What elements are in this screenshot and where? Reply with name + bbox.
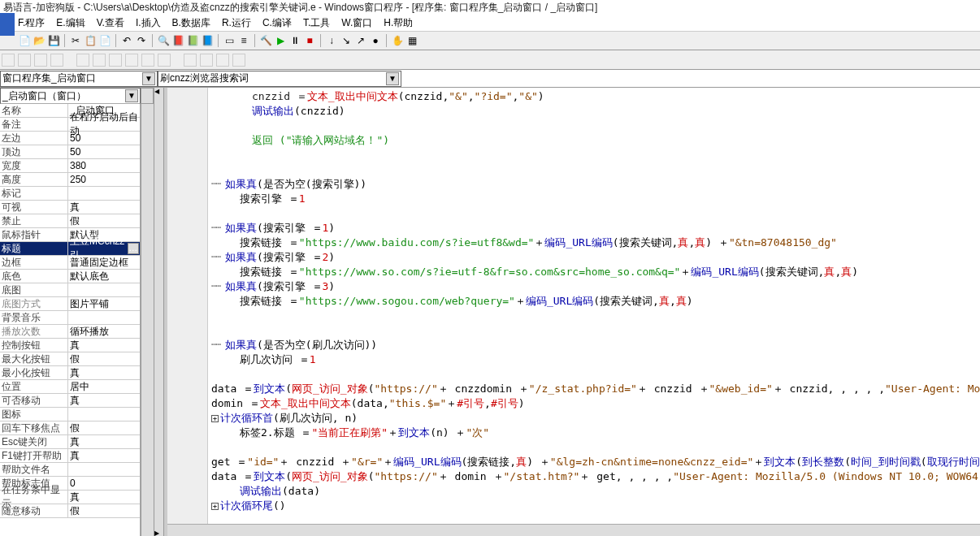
prop-row-随意移动[interactable]: 随意移动假 xyxy=(0,504,140,518)
menu-view[interactable]: V.查看 xyxy=(97,16,124,30)
module-selector[interactable]: 窗口程序集_启动窗口▼ xyxy=(0,71,158,87)
prop-value[interactable]: 50 xyxy=(68,132,140,145)
tb-stop[interactable]: ■ xyxy=(303,34,316,47)
prop-value[interactable]: 循环播放 xyxy=(68,325,140,338)
tb-open[interactable]: 📂 xyxy=(33,34,46,47)
tb-run[interactable]: ▶ xyxy=(274,34,287,47)
prop-value[interactable]: 真 xyxy=(68,394,140,407)
prop-row-最小化按钮[interactable]: 最小化按钮真 xyxy=(0,366,140,380)
lt-8[interactable] xyxy=(125,54,138,67)
prop-row-底图[interactable]: 底图 xyxy=(0,283,140,297)
prop-value[interactable]: 真 xyxy=(68,366,140,379)
prop-value[interactable] xyxy=(68,408,140,421)
tb-pause[interactable]: ⏸ xyxy=(288,34,301,47)
prop-value[interactable]: 假 xyxy=(68,421,140,434)
object-selector[interactable]: _启动窗口（窗口）▼ xyxy=(0,88,141,104)
prop-value[interactable]: 真 xyxy=(68,449,140,462)
prop-value[interactable] xyxy=(68,463,140,476)
tb-bp[interactable]: ● xyxy=(369,34,382,47)
tb-form[interactable]: ▭ xyxy=(223,34,236,47)
scrollbar-vertical[interactable] xyxy=(141,104,154,536)
function-selector[interactable]: 刷cnzz浏览器搜索词▼ xyxy=(158,71,401,87)
menu-run[interactable]: R.运行 xyxy=(222,16,251,30)
prop-value[interactable] xyxy=(68,283,140,296)
tb-hand[interactable]: ✋ xyxy=(391,34,404,47)
prop-row-底色[interactable]: 底色默认底色 xyxy=(0,270,140,283)
prop-value[interactable]: 居中 xyxy=(68,380,140,393)
prop-value[interactable]: 默认底色 xyxy=(68,270,140,283)
tb-step1[interactable]: ↓ xyxy=(325,34,338,47)
prop-value[interactable]: 380 xyxy=(68,159,140,172)
prop-value[interactable]: 假 xyxy=(68,504,140,517)
prop-value[interactable]: 真 xyxy=(68,339,140,352)
scrollbar-horizontal[interactable] xyxy=(167,524,980,536)
prop-value[interactable] xyxy=(68,187,140,200)
tb-redo[interactable]: ↷ xyxy=(135,34,148,47)
prop-row-底图方式[interactable]: 底图方式图片平铺 xyxy=(0,297,140,311)
prop-row-宽度[interactable]: 宽度380 xyxy=(0,159,140,173)
tb-grid[interactable]: ▦ xyxy=(405,34,418,47)
tb-book2[interactable]: 📗 xyxy=(186,34,199,47)
tb-undo[interactable]: ↶ xyxy=(120,34,133,47)
tb-step3[interactable]: ↗ xyxy=(354,34,367,47)
tb-book3[interactable]: 📘 xyxy=(201,34,214,47)
tb-paste[interactable]: 📄 xyxy=(98,34,111,47)
tb-build[interactable]: 🔨 xyxy=(259,34,272,47)
prop-value[interactable]: 图片平铺 xyxy=(68,297,140,310)
tb-book1[interactable]: 📕 xyxy=(171,34,184,47)
prop-value[interactable]: 普通固定边框 xyxy=(68,256,140,269)
prop-value[interactable]: 真 xyxy=(68,201,140,214)
tb-copy[interactable]: 📋 xyxy=(84,34,97,47)
lt-10[interactable] xyxy=(158,54,171,67)
prop-row-帮助文件名[interactable]: 帮助文件名 xyxy=(0,463,140,477)
menu-window[interactable]: W.窗口 xyxy=(341,16,372,30)
prop-value[interactable]: 真 xyxy=(68,491,140,504)
prop-value[interactable] xyxy=(68,311,140,324)
tb-save[interactable]: 💾 xyxy=(47,34,60,47)
lt-5[interactable] xyxy=(76,54,89,67)
menu-insert[interactable]: I.插入 xyxy=(136,16,161,30)
menu-database[interactable]: B.数据库 xyxy=(172,16,210,30)
ellipsis-button[interactable]: … xyxy=(128,243,139,254)
lt-13[interactable] xyxy=(216,54,229,67)
prop-row-可视[interactable]: 可视真 xyxy=(0,201,140,214)
tb-new[interactable]: 📄 xyxy=(18,34,31,47)
prop-value[interactable]: 50 xyxy=(68,145,140,158)
prop-value[interactable]: 土豆MCcnzz引… xyxy=(68,242,140,255)
tb-step2[interactable]: ↘ xyxy=(340,34,353,47)
prop-value[interactable]: 0 xyxy=(68,477,140,490)
menu-tools[interactable]: T.工具 xyxy=(303,16,330,30)
lt-12[interactable] xyxy=(200,54,213,67)
lt-7[interactable] xyxy=(109,54,122,67)
lt-1[interactable] xyxy=(2,54,15,67)
prop-row-可否移动[interactable]: 可否移动真 xyxy=(0,394,140,408)
prop-value[interactable]: 真 xyxy=(68,435,140,448)
prop-row-背景音乐[interactable]: 背景音乐 xyxy=(0,311,140,325)
prop-row-标题[interactable]: 标题土豆MCcnzz引… xyxy=(0,242,140,256)
property-grid[interactable]: 名称_启动窗口备注在程序启动后自动左边50顶边50宽度380高度250标记可视真… xyxy=(0,104,141,536)
menu-edit[interactable]: E.编辑 xyxy=(56,16,85,30)
prop-value[interactable]: 假 xyxy=(68,352,140,365)
prop-row-位置[interactable]: 位置居中 xyxy=(0,380,140,394)
tb-find[interactable]: 🔍 xyxy=(157,34,170,47)
prop-row-禁止[interactable]: 禁止假 xyxy=(0,214,140,228)
lt-6[interactable] xyxy=(93,54,106,67)
tb-cut[interactable]: ✂ xyxy=(69,34,82,47)
prop-row-控制按钮[interactable]: 控制按钮真 xyxy=(0,339,140,352)
toolbox-strip[interactable] xyxy=(154,88,164,536)
panel-scroll-up[interactable] xyxy=(141,88,154,104)
lt-11[interactable] xyxy=(184,54,197,67)
prop-value[interactable]: 假 xyxy=(68,214,140,227)
prop-row-回车下移焦点[interactable]: 回车下移焦点假 xyxy=(0,421,140,435)
lt-9[interactable] xyxy=(141,54,154,67)
prop-row-最大化按钮[interactable]: 最大化按钮假 xyxy=(0,352,140,366)
prop-row-左边[interactable]: 左边50 xyxy=(0,132,140,145)
prop-row-备注[interactable]: 备注在程序启动后自动 xyxy=(0,118,140,132)
prop-row-高度[interactable]: 高度250 xyxy=(0,173,140,187)
lt-3[interactable] xyxy=(34,54,47,67)
prop-row-在任务条中显示[interactable]: 在任务条中显示真 xyxy=(0,491,140,504)
prop-row-图标[interactable]: 图标 xyxy=(0,408,140,421)
menu-compile[interactable]: C.编译 xyxy=(262,16,292,30)
prop-value[interactable]: 250 xyxy=(68,173,140,186)
prop-row-F1键打开帮助[interactable]: F1键打开帮助真 xyxy=(0,449,140,463)
